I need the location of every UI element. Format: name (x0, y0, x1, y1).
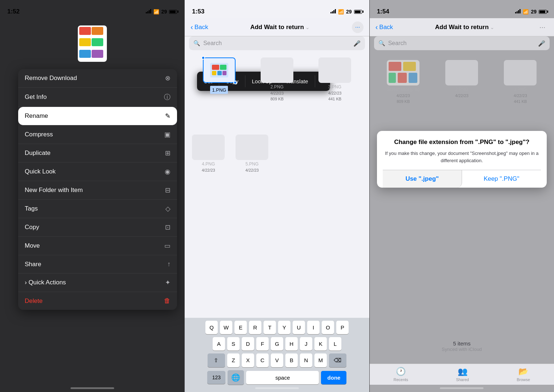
p3-file-size-3: 441 KB (514, 99, 527, 104)
thumb-red (79, 27, 91, 35)
p2-file-4[interactable]: 4.PNG 4/22/23 (192, 135, 225, 172)
p3-file-date-2: 4/22/23 (455, 93, 469, 98)
kb-shift[interactable]: ⇧ (208, 353, 225, 367)
kb-b[interactable]: B (285, 353, 298, 367)
kb-q[interactable]: Q (205, 321, 218, 334)
p3-file-size-1: 809 KB (397, 99, 410, 104)
p2-file-preview-1 (210, 63, 228, 77)
menu-icon-get-info: ⓘ (164, 93, 170, 101)
kb-k[interactable]: K (314, 337, 327, 351)
tab-browse[interactable]: 📂 Browse (517, 367, 530, 382)
kb-row-3: ⇧ Z X C V B N M ⌫ (186, 353, 368, 367)
thumb-orange (92, 27, 103, 35)
kb-f[interactable]: F (256, 337, 269, 351)
p3-search-placeholder: Search (388, 40, 407, 47)
kb-space[interactable]: space (246, 371, 319, 384)
kb-m[interactable]: M (314, 353, 327, 367)
menu-item-quick-look[interactable]: Quick Look ◉ (18, 163, 177, 181)
kb-y[interactable]: Y (278, 321, 290, 334)
p2-title-chevron-icon: ⌄ (305, 24, 310, 30)
kb-h[interactable]: H (285, 337, 298, 351)
menu-item-remove-download[interactable]: Remove Download ⊗ (18, 69, 177, 88)
menu-label-tags: Tags (25, 205, 38, 212)
menu-item-tags[interactable]: Tags ◇ (18, 200, 177, 218)
menu-item-delete[interactable]: Delete 🗑 (18, 292, 177, 310)
p3-back-button[interactable]: ‹ Back (376, 23, 393, 31)
p2-more-button[interactable]: ··· (352, 21, 364, 33)
menu-item-quick-actions[interactable]: › Quick Actions ✦ (18, 273, 177, 292)
menu-item-rename[interactable]: Rename ✎ (18, 107, 177, 125)
cursor-dot-top (201, 56, 205, 60)
svg-rect-2 (220, 65, 226, 70)
kb-c[interactable]: C (256, 353, 269, 367)
panel-1: 1:52 📶 29 Remove Download ⊗ (0, 0, 185, 392)
p3-status-icons: 📶 29 (515, 9, 547, 15)
p2-file-thumb-1 (203, 57, 236, 83)
kb-row-1: Q W E R T Y U I O P (186, 321, 368, 334)
p2-search-bar[interactable]: 🔍 Search 🎤 (189, 36, 365, 50)
kb-w[interactable]: W (220, 321, 232, 334)
kb-delete[interactable]: ⌫ (329, 353, 346, 367)
menu-item-new-folder[interactable]: New Folder with Item ⊟ (18, 181, 177, 200)
p2-file-1[interactable]: 1.PNG (192, 57, 246, 101)
alert-title: Change file extension from ".PNG" to ".j… (383, 138, 541, 146)
p3-file-3: 3.PNG 4/22/23 441 KB (494, 60, 547, 104)
tab-shared[interactable]: 👥 Shared (456, 367, 469, 382)
p2-file-date-5: 4/22/23 (245, 168, 259, 172)
menu-item-compress[interactable]: Compress ▣ (18, 125, 177, 144)
kb-g[interactable]: G (271, 337, 283, 351)
kb-l[interactable]: L (329, 337, 341, 351)
p3-nav-title: Add Wait to return (435, 24, 489, 31)
kb-p[interactable]: P (336, 321, 349, 334)
p2-file-grid: 1.PNG 2.PNG 4/22/23 809 KB 3.PNG 4/22/23… (188, 54, 365, 105)
kb-e[interactable]: E (234, 321, 247, 334)
p2-back-button[interactable]: ‹ Back (190, 23, 208, 31)
p3-file-date-3: 4/22/23 (514, 93, 527, 98)
menu-item-duplicate[interactable]: Duplicate ⊞ (18, 144, 177, 163)
p3-mic-icon[interactable]: 🎤 (538, 40, 545, 47)
p3-more-button[interactable]: ··· (537, 21, 548, 33)
p2-file-thumb-5 (236, 135, 268, 160)
kb-d[interactable]: D (242, 337, 254, 351)
p3-time: 1:54 (377, 8, 389, 15)
p2-file-5[interactable]: 5.PNG 4/22/23 (236, 135, 268, 172)
kb-123[interactable]: 123 (207, 371, 225, 384)
kb-v[interactable]: V (271, 353, 283, 367)
p3-more-icon: ··· (539, 23, 546, 31)
p3-file-1: Screenshot.jp eg 4/22/23 809 KB (377, 60, 430, 104)
menu-label-get-info: Get Info (25, 93, 47, 101)
kb-o[interactable]: O (322, 321, 334, 334)
alert-keep-png-button[interactable]: Keep ".PNG" (462, 170, 541, 188)
kb-x[interactable]: X (242, 353, 254, 367)
kb-i[interactable]: I (307, 321, 320, 334)
alert-use-jpeg-button[interactable]: Use ".jpeg" (383, 170, 462, 188)
kb-j[interactable]: J (300, 337, 312, 351)
panel-3: Screenshot.jp eg 4/22/23 809 KB 2.PNG 4/… (370, 0, 554, 392)
p2-file-grid-row2: 4.PNG 4/22/23 5.PNG 4/22/23 (188, 131, 272, 176)
menu-icon-duplicate: ⊞ (165, 149, 170, 157)
p3-file-name-1: Screenshot.jp eg (387, 87, 419, 92)
p3-nav-title-row: Add Wait to return ⌄ (435, 24, 495, 31)
p2-file-3[interactable]: 3.PNG 4/22/23 441 KB (308, 57, 362, 101)
kb-u[interactable]: U (293, 321, 305, 334)
p2-mic-icon[interactable]: 🎤 (353, 40, 361, 47)
tab-recents[interactable]: 🕐 Recents (393, 367, 408, 382)
kb-z[interactable]: Z (227, 353, 240, 367)
p2-file-2[interactable]: 2.PNG 4/22/23 809 KB (250, 57, 304, 101)
kb-s[interactable]: S (227, 337, 240, 351)
menu-item-get-info[interactable]: Get Info ⓘ (18, 88, 177, 107)
menu-item-copy[interactable]: Copy ⊡ (18, 218, 177, 237)
thumb-purple (92, 50, 103, 58)
kb-r[interactable]: R (249, 321, 261, 334)
p3-battery-label: 29 (531, 9, 537, 15)
kb-done[interactable]: done (321, 371, 346, 384)
kb-n[interactable]: N (300, 353, 312, 367)
menu-item-share[interactable]: Share ↑ (18, 255, 177, 273)
kb-a[interactable]: A (213, 337, 225, 351)
menu-icon-quick-actions: ✦ (165, 279, 170, 287)
kb-globe-icon[interactable]: 🌐 (228, 370, 244, 385)
p3-search-bar[interactable]: 🔍 Search 🎤 (374, 36, 550, 50)
kb-t[interactable]: T (264, 321, 276, 334)
menu-item-move[interactable]: Move ▭ (18, 237, 177, 255)
kb-row-4: 123 🌐 space done (186, 370, 368, 385)
